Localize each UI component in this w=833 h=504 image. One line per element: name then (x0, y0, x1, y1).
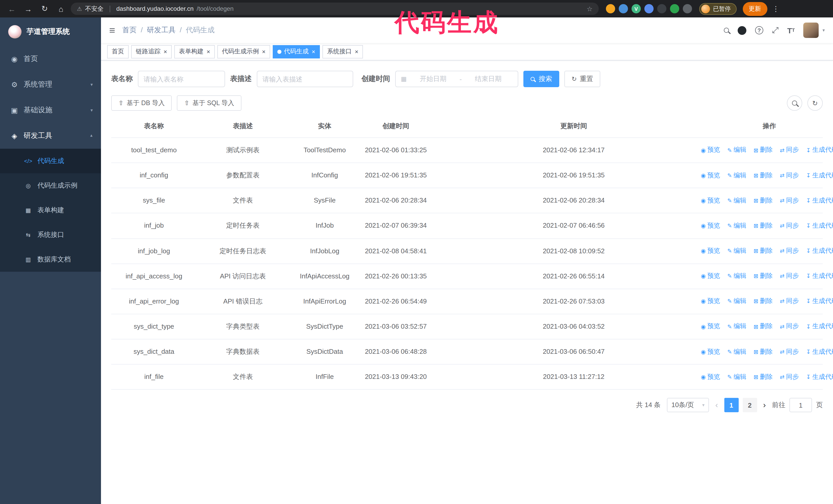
sidebar-menu-item[interactable]: ◈ 研发工具 ▾ (0, 123, 101, 149)
preview-link[interactable]: ◉预览 (701, 296, 720, 306)
extension-icon[interactable] (683, 4, 692, 13)
search-button[interactable]: 搜索 (523, 71, 559, 87)
edit-link[interactable]: ✎编辑 (728, 170, 746, 181)
tab[interactable]: 表单构建 × (174, 45, 215, 58)
table-name-input[interactable] (138, 71, 225, 87)
sidebar-menu-item[interactable]: ▣ 基础设施 ▾ (0, 97, 101, 123)
preview-link[interactable]: ◉预览 (701, 372, 720, 382)
hamburger-icon[interactable]: ≡ (109, 24, 115, 36)
page-number-2[interactable]: 2 (742, 398, 757, 412)
font-size-icon[interactable]: TT (787, 26, 795, 34)
delete-link[interactable]: ⊠删除 (754, 221, 772, 231)
tab[interactable]: 首页 (107, 45, 129, 58)
next-page-button[interactable]: › (761, 401, 768, 410)
delete-link[interactable]: ⊠删除 (754, 322, 772, 332)
preview-link[interactable]: ◉预览 (701, 145, 720, 155)
edit-link[interactable]: ✎编辑 (728, 372, 746, 382)
generate-code-link[interactable]: ↧生成代码 (806, 372, 833, 382)
generate-code-link[interactable]: ↧生成代码 (806, 196, 833, 206)
search-icon[interactable] (724, 28, 729, 33)
page-size-select[interactable]: 10条/页 ▾ (667, 398, 709, 412)
edit-link[interactable]: ✎编辑 (728, 246, 746, 256)
tab[interactable]: 代码生成 × (273, 45, 320, 58)
breadcrumb-item[interactable]: 首页 (122, 26, 137, 35)
edit-link[interactable]: ✎编辑 (728, 271, 746, 281)
page-number-1[interactable]: 1 (724, 398, 738, 412)
edit-link[interactable]: ✎编辑 (728, 296, 746, 306)
generate-code-link[interactable]: ↧生成代码 (806, 170, 833, 181)
preview-link[interactable]: ◉预览 (701, 347, 720, 357)
sync-link[interactable]: ⇄同步 (780, 296, 799, 306)
prev-page-button[interactable]: ‹ (713, 401, 720, 410)
sync-link[interactable]: ⇄同步 (780, 271, 799, 281)
date-range-picker[interactable]: ▦ 开始日期 - 结束日期 (395, 71, 518, 87)
browser-update-button[interactable]: 更新 (742, 2, 767, 16)
close-icon[interactable]: × (164, 48, 167, 55)
sync-link[interactable]: ⇄同步 (780, 347, 799, 357)
sidebar-subitem[interactable]: </> 代码生成 (0, 149, 101, 173)
close-icon[interactable]: × (355, 48, 358, 55)
delete-link[interactable]: ⊠删除 (754, 246, 772, 256)
extension-icon[interactable] (606, 4, 615, 13)
delete-link[interactable]: ⊠删除 (754, 347, 772, 357)
preview-link[interactable]: ◉预览 (701, 322, 720, 332)
close-icon[interactable]: × (312, 48, 315, 55)
close-icon[interactable]: × (262, 48, 265, 55)
tab[interactable]: 代码生成示例 × (217, 45, 270, 58)
delete-link[interactable]: ⊠删除 (754, 196, 772, 206)
back-icon[interactable]: ← (5, 4, 19, 13)
fullscreen-icon[interactable]: ⤢ (772, 26, 779, 35)
address-bar[interactable]: ⚠ 不安全 dashboard.yudao.iocoder.cn/tool/co… (71, 3, 599, 15)
delete-link[interactable]: ⊠删除 (754, 170, 772, 181)
tab[interactable]: 链路追踪 × (131, 45, 172, 58)
extension-icon[interactable]: V (632, 4, 641, 13)
sidebar-subitem[interactable]: ▥ 数据库文档 (0, 247, 101, 272)
sync-link[interactable]: ⇄同步 (780, 196, 799, 206)
breadcrumb-item[interactable]: 研发工具 (137, 26, 175, 35)
sync-link[interactable]: ⇄同步 (780, 322, 799, 332)
preview-link[interactable]: ◉预览 (701, 246, 720, 256)
sync-link[interactable]: ⇄同步 (780, 372, 799, 382)
generate-code-link[interactable]: ↧生成代码 (806, 145, 833, 155)
delete-link[interactable]: ⊠删除 (754, 145, 772, 155)
import-sql-button[interactable]: ⇧基于 SQL 导入 (177, 95, 241, 111)
preview-link[interactable]: ◉预览 (701, 271, 720, 281)
github-icon[interactable] (738, 26, 746, 34)
logo[interactable]: 芋道管理系统 (0, 18, 101, 46)
preview-link[interactable]: ◉预览 (701, 221, 720, 231)
sidebar-subitem[interactable]: ▦ 表单构建 (0, 198, 101, 222)
sync-link[interactable]: ⇄同步 (780, 170, 799, 181)
sidebar-subitem[interactable]: ◎ 代码生成示例 (0, 173, 101, 198)
goto-page-input[interactable] (789, 398, 812, 412)
help-icon[interactable]: ? (755, 26, 763, 34)
breadcrumb-item[interactable]: 代码生成 (175, 26, 215, 35)
edit-link[interactable]: ✎编辑 (728, 196, 746, 206)
generate-code-link[interactable]: ↧生成代码 (806, 322, 833, 332)
preview-link[interactable]: ◉预览 (701, 170, 720, 181)
sidebar-menu-item[interactable]: ◉ 首页 (0, 46, 101, 72)
bookmark-star-icon[interactable]: ☆ (587, 5, 593, 13)
generate-code-link[interactable]: ↧生成代码 (806, 347, 833, 357)
refresh-button[interactable]: ↻ (807, 95, 823, 111)
extension-icon[interactable] (644, 4, 653, 13)
preview-link[interactable]: ◉预览 (701, 196, 720, 206)
forward-icon[interactable]: → (22, 4, 35, 13)
sidebar-subitem[interactable]: ⇆ 系统接口 (0, 222, 101, 247)
profile-paused-badge[interactable]: 已暂停 (699, 3, 736, 15)
table-desc-input[interactable] (257, 71, 353, 87)
delete-link[interactable]: ⊠删除 (754, 296, 772, 306)
edit-link[interactable]: ✎编辑 (728, 145, 746, 155)
user-avatar[interactable] (804, 23, 819, 38)
generate-code-link[interactable]: ↧生成代码 (806, 246, 833, 256)
extension-icon[interactable] (657, 4, 666, 13)
browser-menu-icon[interactable]: ⋮ (770, 5, 782, 13)
toggle-search-button[interactable] (787, 95, 802, 111)
close-icon[interactable]: × (207, 48, 210, 55)
tab[interactable]: 系统接口 × (323, 45, 363, 58)
sync-link[interactable]: ⇄同步 (780, 246, 799, 256)
sidebar-menu-item[interactable]: ⚙ 系统管理 ▾ (0, 72, 101, 97)
reset-button[interactable]: ↻重置 (564, 71, 600, 87)
generate-code-link[interactable]: ↧生成代码 (806, 271, 833, 281)
chevron-down-icon[interactable]: ▾ (823, 28, 825, 33)
generate-code-link[interactable]: ↧生成代码 (806, 221, 833, 231)
